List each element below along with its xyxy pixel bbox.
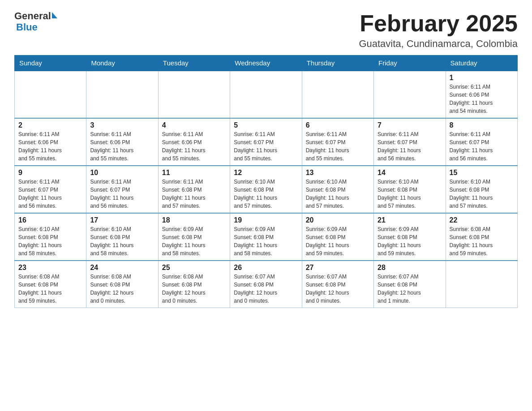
col-wednesday: Wednesday — [230, 56, 302, 71]
day-info: Sunrise: 6:11 AMSunset: 6:07 PMDaylight:… — [450, 130, 514, 163]
day-info: Sunrise: 6:07 AMSunset: 6:08 PMDaylight:… — [234, 273, 298, 305]
week-row-2: 2Sunrise: 6:11 AMSunset: 6:06 PMDaylight… — [15, 118, 518, 166]
day-info: Sunrise: 6:11 AMSunset: 6:06 PMDaylight:… — [162, 130, 226, 163]
calendar-cell: 23Sunrise: 6:08 AMSunset: 6:08 PMDayligh… — [15, 261, 86, 308]
logo-triangle-icon — [52, 12, 57, 18]
day-info: Sunrise: 6:10 AMSunset: 6:08 PMDaylight:… — [306, 178, 370, 210]
page-header: General Blue February 2025 Guatavita, Cu… — [14, 11, 518, 50]
day-number: 10 — [90, 169, 154, 177]
logo-blue-text: Blue — [16, 21, 38, 33]
day-number: 25 — [162, 264, 226, 272]
title-block: February 2025 Guatavita, Cundinamarca, C… — [359, 11, 518, 50]
calendar-cell: 13Sunrise: 6:10 AMSunset: 6:08 PMDayligh… — [302, 166, 373, 213]
day-number: 23 — [18, 264, 82, 272]
calendar-cell: 28Sunrise: 6:07 AMSunset: 6:08 PMDayligh… — [374, 261, 446, 308]
day-number: 18 — [162, 216, 226, 224]
day-number: 17 — [90, 216, 154, 224]
calendar-cell — [15, 71, 86, 118]
day-info: Sunrise: 6:09 AMSunset: 6:08 PMDaylight:… — [234, 225, 298, 257]
day-number: 5 — [234, 121, 298, 129]
day-number: 19 — [234, 216, 298, 224]
day-number: 12 — [234, 169, 298, 177]
day-number: 21 — [378, 216, 442, 224]
calendar-cell — [374, 71, 446, 118]
day-info: Sunrise: 6:11 AMSunset: 6:07 PMDaylight:… — [90, 178, 154, 210]
calendar-cell: 11Sunrise: 6:11 AMSunset: 6:08 PMDayligh… — [158, 166, 230, 213]
week-row-1: 1Sunrise: 6:11 AMSunset: 6:06 PMDaylight… — [15, 71, 518, 118]
day-info: Sunrise: 6:08 AMSunset: 6:08 PMDaylight:… — [450, 225, 514, 257]
day-info: Sunrise: 6:11 AMSunset: 6:06 PMDaylight:… — [450, 83, 514, 115]
calendar-cell: 19Sunrise: 6:09 AMSunset: 6:08 PMDayligh… — [230, 213, 302, 261]
day-info: Sunrise: 6:11 AMSunset: 6:06 PMDaylight:… — [18, 130, 82, 163]
day-number: 28 — [378, 264, 442, 272]
day-info: Sunrise: 6:11 AMSunset: 6:06 PMDaylight:… — [90, 130, 154, 163]
day-number: 14 — [378, 169, 442, 177]
day-number: 8 — [450, 121, 514, 129]
day-number: 27 — [306, 264, 370, 272]
day-number: 16 — [18, 216, 82, 224]
day-info: Sunrise: 6:10 AMSunset: 6:08 PMDaylight:… — [90, 225, 154, 257]
day-info: Sunrise: 6:09 AMSunset: 6:08 PMDaylight:… — [378, 225, 442, 257]
page-title: February 2025 — [359, 11, 518, 36]
calendar-table: Sunday Monday Tuesday Wednesday Thursday… — [14, 55, 518, 308]
calendar-cell: 14Sunrise: 6:10 AMSunset: 6:08 PMDayligh… — [374, 166, 446, 213]
col-tuesday: Tuesday — [158, 56, 230, 71]
day-number: 1 — [450, 74, 514, 82]
col-friday: Friday — [374, 56, 446, 71]
day-info: Sunrise: 6:11 AMSunset: 6:07 PMDaylight:… — [378, 130, 442, 163]
day-number: 24 — [90, 264, 154, 272]
day-number: 7 — [378, 121, 442, 129]
day-info: Sunrise: 6:07 AMSunset: 6:08 PMDaylight:… — [306, 273, 370, 305]
calendar-cell: 9Sunrise: 6:11 AMSunset: 6:07 PMDaylight… — [15, 166, 86, 213]
calendar-cell: 12Sunrise: 6:10 AMSunset: 6:08 PMDayligh… — [230, 166, 302, 213]
day-number: 11 — [162, 169, 226, 177]
calendar-cell: 17Sunrise: 6:10 AMSunset: 6:08 PMDayligh… — [86, 213, 158, 261]
calendar-cell: 7Sunrise: 6:11 AMSunset: 6:07 PMDaylight… — [374, 118, 446, 166]
day-number: 22 — [450, 216, 514, 224]
day-number: 20 — [306, 216, 370, 224]
calendar-cell: 5Sunrise: 6:11 AMSunset: 6:07 PMDaylight… — [230, 118, 302, 166]
day-number: 26 — [234, 264, 298, 272]
weekday-header-row: Sunday Monday Tuesday Wednesday Thursday… — [15, 56, 518, 71]
day-info: Sunrise: 6:07 AMSunset: 6:08 PMDaylight:… — [378, 273, 442, 305]
calendar-cell — [158, 71, 230, 118]
calendar-cell — [230, 71, 302, 118]
calendar-cell: 21Sunrise: 6:09 AMSunset: 6:08 PMDayligh… — [374, 213, 446, 261]
calendar-cell: 10Sunrise: 6:11 AMSunset: 6:07 PMDayligh… — [86, 166, 158, 213]
day-number: 9 — [18, 169, 82, 177]
calendar-cell: 24Sunrise: 6:08 AMSunset: 6:08 PMDayligh… — [86, 261, 158, 308]
day-number: 13 — [306, 169, 370, 177]
day-info: Sunrise: 6:10 AMSunset: 6:08 PMDaylight:… — [18, 225, 82, 257]
week-row-5: 23Sunrise: 6:08 AMSunset: 6:08 PMDayligh… — [15, 261, 518, 308]
calendar-cell: 2Sunrise: 6:11 AMSunset: 6:06 PMDaylight… — [15, 118, 86, 166]
day-number: 15 — [450, 169, 514, 177]
day-info: Sunrise: 6:10 AMSunset: 6:08 PMDaylight:… — [378, 178, 442, 210]
calendar-cell — [446, 261, 517, 308]
col-saturday: Saturday — [446, 56, 517, 71]
calendar-cell: 1Sunrise: 6:11 AMSunset: 6:06 PMDaylight… — [446, 71, 517, 118]
calendar-cell — [86, 71, 158, 118]
calendar-cell: 3Sunrise: 6:11 AMSunset: 6:06 PMDaylight… — [86, 118, 158, 166]
calendar-cell: 4Sunrise: 6:11 AMSunset: 6:06 PMDaylight… — [158, 118, 230, 166]
day-info: Sunrise: 6:09 AMSunset: 6:08 PMDaylight:… — [306, 225, 370, 257]
day-number: 2 — [18, 121, 82, 129]
col-thursday: Thursday — [302, 56, 373, 71]
logo: General Blue — [14, 11, 57, 33]
calendar-cell: 8Sunrise: 6:11 AMSunset: 6:07 PMDaylight… — [446, 118, 517, 166]
day-info: Sunrise: 6:10 AMSunset: 6:08 PMDaylight:… — [234, 178, 298, 210]
calendar-cell: 27Sunrise: 6:07 AMSunset: 6:08 PMDayligh… — [302, 261, 373, 308]
day-info: Sunrise: 6:08 AMSunset: 6:08 PMDaylight:… — [18, 273, 82, 305]
calendar-cell: 22Sunrise: 6:08 AMSunset: 6:08 PMDayligh… — [446, 213, 517, 261]
week-row-3: 9Sunrise: 6:11 AMSunset: 6:07 PMDaylight… — [15, 166, 518, 213]
calendar-cell: 6Sunrise: 6:11 AMSunset: 6:07 PMDaylight… — [302, 118, 373, 166]
col-monday: Monday — [86, 56, 158, 71]
page-subtitle: Guatavita, Cundinamarca, Colombia — [359, 38, 518, 50]
day-info: Sunrise: 6:09 AMSunset: 6:08 PMDaylight:… — [162, 225, 226, 257]
col-sunday: Sunday — [15, 56, 86, 71]
calendar-cell: 25Sunrise: 6:08 AMSunset: 6:08 PMDayligh… — [158, 261, 230, 308]
day-info: Sunrise: 6:08 AMSunset: 6:08 PMDaylight:… — [90, 273, 154, 305]
day-info: Sunrise: 6:11 AMSunset: 6:07 PMDaylight:… — [306, 130, 370, 163]
day-number: 6 — [306, 121, 370, 129]
day-info: Sunrise: 6:11 AMSunset: 6:07 PMDaylight:… — [234, 130, 298, 163]
day-info: Sunrise: 6:11 AMSunset: 6:07 PMDaylight:… — [18, 178, 82, 210]
